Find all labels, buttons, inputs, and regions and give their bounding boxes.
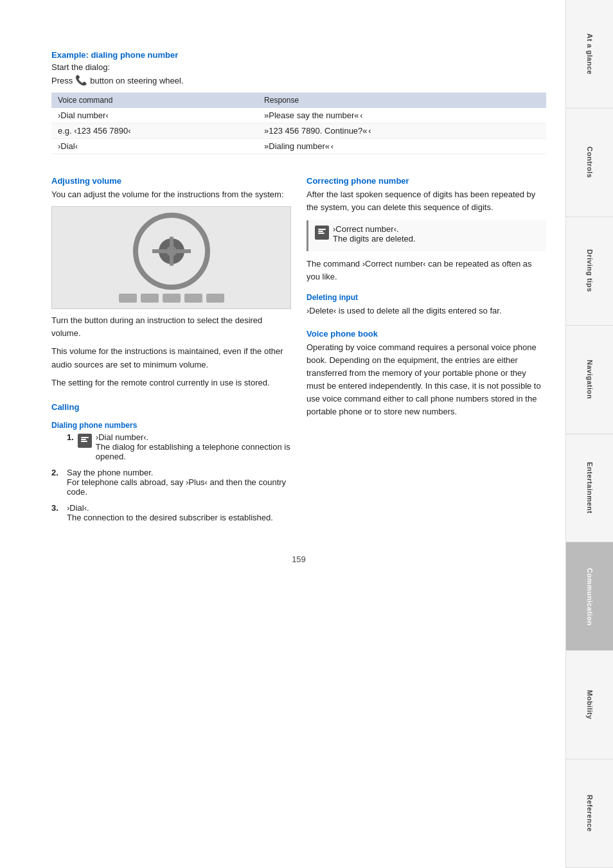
correct-number-box: ›Correct number‹. The digits are deleted… (306, 220, 546, 251)
correct-icon-row: ›Correct number‹. The digits are deleted… (315, 224, 540, 244)
calling-step-item: 2. Say the phone number. For telephone c… (51, 468, 291, 497)
svg-rect-2 (81, 437, 89, 438)
table-col2-header: Response (258, 93, 546, 108)
step-main: ›Dial number‹. (96, 432, 148, 442)
svg-rect-5 (318, 229, 326, 230)
correcting-title: Correcting phone number (306, 176, 546, 186)
sidebar-tabs-container: At a glanceControlsDriving tipsNavigatio… (566, 0, 613, 868)
two-column-layout: Adjusting volume You can adjust the volu… (51, 164, 546, 529)
adjusting-volume-body1: You can adjust the volume for the instru… (51, 188, 291, 201)
sidebar-tab-driving-tips[interactable]: Driving tips (566, 217, 613, 326)
sidebar-tab-entertainment[interactable]: Entertainment (566, 434, 613, 543)
step-voice-icon (78, 434, 92, 448)
correcting-body1: After the last spoken sequence of digits… (306, 188, 546, 214)
table-col1-header: Voice command (51, 93, 258, 108)
svg-rect-7 (318, 233, 324, 234)
page-number: 159 (292, 554, 306, 564)
calling-step-item: 1. ›Dial number‹. The dialog for establi… (51, 432, 291, 461)
sidebar-tab-reference[interactable]: Reference (566, 759, 613, 868)
example-title: Example: dialing phone number (51, 50, 546, 60)
calling-section: Calling Dialing phone numbers 1. (51, 402, 291, 522)
svg-rect-4 (81, 441, 87, 442)
step-number: 3. (51, 503, 58, 513)
sidebar-tab-navigation[interactable]: Navigation (566, 326, 613, 434)
table-row: e.g. ‹123 456 7890‹»123 456 7890. Contin… (51, 123, 546, 139)
deleting-title: Deleting input (306, 293, 546, 302)
correct-cmd-text: ›Correct number‹. The digits are deleted… (333, 224, 416, 244)
deleting-body: ›Delete‹ is used to delete all the digit… (306, 305, 546, 317)
intro-line1: Start the dialog: (51, 62, 546, 72)
controls-row (119, 294, 224, 303)
step-content: ›Dial number‹. The dialog for establishi… (96, 432, 291, 461)
step-main: Say the phone number. (67, 468, 153, 477)
dialing-subtitle: Dialing phone numbers (51, 421, 291, 430)
cmd-cell: ›Dial number‹ (51, 108, 258, 123)
table-row: ›Dial‹»Dialing number« ‹ (51, 139, 546, 154)
step-sub: For telephone calls abroad, say ›Plus‹ a… (67, 477, 286, 497)
adjusting-volume-body2: Turn the button during an instruction to… (51, 314, 291, 340)
step-sub: The connection to the desired subscriber… (67, 513, 273, 522)
sidebar-tab-at-a-glance[interactable]: At a glance (566, 0, 613, 109)
sidebar: At a glanceControlsDriving tipsNavigatio… (565, 0, 613, 868)
voice-command-table: Voice command Response ›Dial number‹»Ple… (51, 93, 546, 154)
voice-icon (315, 226, 329, 240)
sidebar-tab-controls[interactable]: Controls (566, 109, 613, 217)
cmd-cell: ›Dial‹ (51, 139, 258, 154)
table-row: ›Dial number‹»Please say the number« ‹ (51, 108, 546, 123)
press-line: Press 📞 button on steering wheel. (51, 75, 546, 86)
response-cell: »Dialing number« ‹ (258, 139, 546, 154)
press-word: Press (51, 76, 73, 85)
step-content: ›Dial‹. The connection to the desired su… (67, 503, 291, 522)
step-number: 1. (67, 432, 74, 442)
right-column: Correcting phone number After the last s… (306, 164, 546, 529)
sidebar-tab-mobility[interactable]: Mobility (566, 651, 613, 759)
voice-phonebook-title: Voice phone book (306, 329, 546, 339)
press-suffix: button on steering wheel. (90, 76, 183, 85)
correct-icon-cmd: ›Correct number‹. (333, 224, 399, 234)
page-number-container: 159 (51, 554, 546, 564)
step-sub: The dialog for establishing a telephone … (96, 442, 290, 461)
steering-icon: 📞 (75, 75, 87, 86)
correcting-body2: The command ›Correct number‹ can be repe… (306, 258, 546, 283)
step-content: Say the phone number. For telephone call… (67, 468, 291, 497)
adjusting-volume-title: Adjusting volume (51, 176, 291, 186)
main-content: Example: dialing phone number Start the … (0, 0, 565, 868)
step-number: 2. (51, 468, 58, 477)
cmd-cell: e.g. ‹123 456 7890‹ (51, 123, 258, 139)
calling-title: Calling (51, 402, 291, 412)
calling-step-item: 3. ›Dial‹. The connection to the desired… (51, 503, 291, 522)
steering-wheel-graphic (133, 213, 210, 290)
response-cell: »Please say the number« ‹ (258, 108, 546, 123)
svg-rect-3 (81, 439, 86, 440)
adjusting-volume-body4: The setting for the remote control curre… (51, 376, 291, 389)
adjusting-volume-body3: This volume for the instructions is main… (51, 345, 291, 371)
left-column: Adjusting volume You can adjust the volu… (51, 164, 291, 529)
step-main: ›Dial‹. (67, 503, 89, 513)
voice-phonebook-body: Operating by voice command requires a pe… (306, 341, 546, 419)
response-cell: »123 456 7890. Continue?« ‹ (258, 123, 546, 139)
steering-wheel-image (51, 206, 291, 309)
correct-icon-sub: The digits are deleted. (333, 234, 416, 244)
sidebar-tab-communication[interactable]: Communication (566, 542, 613, 651)
calling-steps-list: 1. ›Dial number‹. The dialog for establi… (51, 432, 291, 522)
svg-rect-6 (318, 231, 323, 232)
